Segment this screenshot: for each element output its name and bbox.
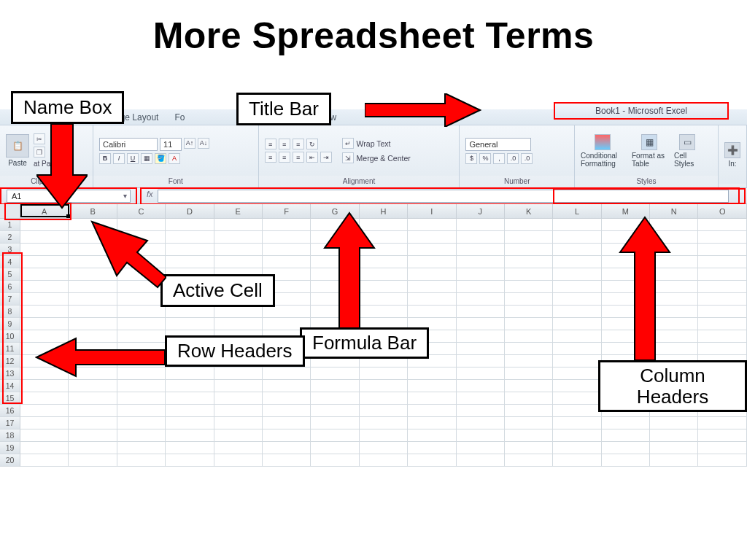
- cell[interactable]: [214, 392, 263, 405]
- cell[interactable]: [553, 355, 601, 368]
- cell[interactable]: [650, 417, 698, 429]
- cell[interactable]: [214, 417, 263, 429]
- row-header[interactable]: 10: [0, 330, 20, 343]
- cell[interactable]: [214, 380, 263, 392]
- cell[interactable]: [553, 429, 601, 442]
- column-header[interactable]: I: [408, 204, 456, 219]
- cell[interactable]: [408, 306, 456, 318]
- cell[interactable]: [457, 405, 505, 417]
- decrease-font-button[interactable]: A↓: [198, 138, 209, 149]
- cell[interactable]: [505, 405, 553, 417]
- cell[interactable]: [166, 380, 214, 392]
- cell[interactable]: [263, 380, 311, 392]
- formula-bar[interactable]: [158, 190, 729, 203]
- font-size-select[interactable]: 11: [160, 138, 182, 151]
- wrap-text-button[interactable]: ↵Wrap Text: [342, 138, 411, 149]
- cell[interactable]: [20, 429, 69, 442]
- font-name-select[interactable]: Calibri: [99, 138, 158, 151]
- cell[interactable]: [505, 380, 553, 392]
- fill-color-button[interactable]: 🪣: [155, 153, 166, 164]
- align-middle-button[interactable]: ≡: [279, 139, 290, 149]
- cell[interactable]: [408, 219, 456, 231]
- cell[interactable]: [698, 330, 746, 343]
- row-header[interactable]: 15: [0, 392, 20, 405]
- cell[interactable]: [457, 256, 505, 268]
- cell[interactable]: [166, 454, 214, 467]
- select-all-corner[interactable]: [0, 204, 20, 219]
- font-color-button[interactable]: A: [169, 153, 180, 164]
- cell[interactable]: [408, 429, 456, 442]
- cell[interactable]: [214, 219, 263, 231]
- cell[interactable]: [505, 355, 553, 368]
- row-header[interactable]: 7: [0, 293, 20, 306]
- column-header[interactable]: E: [214, 204, 263, 219]
- cell[interactable]: [20, 405, 69, 417]
- cell[interactable]: [408, 380, 456, 392]
- cell[interactable]: [69, 405, 117, 417]
- cell[interactable]: [553, 368, 601, 380]
- cell[interactable]: [408, 244, 456, 256]
- cell[interactable]: [69, 318, 117, 330]
- cell[interactable]: [360, 417, 408, 429]
- cell[interactable]: [214, 429, 263, 442]
- fx-icon[interactable]: fx: [142, 190, 158, 203]
- number-format-select[interactable]: General: [465, 138, 531, 151]
- cell[interactable]: [505, 442, 553, 454]
- italic-button[interactable]: I: [113, 153, 125, 164]
- cell[interactable]: [214, 368, 263, 380]
- cell[interactable]: [69, 306, 117, 318]
- cell[interactable]: [263, 454, 311, 467]
- border-button[interactable]: ▦: [141, 153, 152, 164]
- row-header[interactable]: 11: [0, 343, 20, 355]
- cell[interactable]: [166, 256, 214, 268]
- cell[interactable]: [214, 256, 263, 268]
- cell[interactable]: [117, 405, 166, 417]
- row-header[interactable]: 4: [0, 256, 20, 268]
- cell[interactable]: [20, 442, 69, 454]
- cell[interactable]: [553, 244, 601, 256]
- cell[interactable]: [408, 417, 456, 429]
- cell[interactable]: [457, 268, 505, 281]
- cell[interactable]: [505, 417, 553, 429]
- cell[interactable]: [263, 231, 311, 244]
- cell[interactable]: [360, 442, 408, 454]
- bold-button[interactable]: B: [99, 153, 111, 164]
- align-bottom-button[interactable]: ≡: [293, 139, 304, 149]
- cell[interactable]: [457, 244, 505, 256]
- cell[interactable]: [457, 454, 505, 467]
- cell[interactable]: [553, 231, 601, 244]
- row-header[interactable]: 17: [0, 417, 20, 429]
- cell[interactable]: [505, 256, 553, 268]
- cell[interactable]: [20, 392, 69, 405]
- cell[interactable]: [553, 306, 601, 318]
- insert-button-partial[interactable]: ➕In:: [724, 142, 740, 168]
- row-header[interactable]: 8: [0, 306, 20, 318]
- cell[interactable]: [553, 219, 601, 231]
- cell[interactable]: [553, 330, 601, 343]
- cell[interactable]: [553, 343, 601, 355]
- cell[interactable]: [553, 318, 601, 330]
- cell[interactable]: [408, 405, 456, 417]
- cell[interactable]: [505, 343, 553, 355]
- cell[interactable]: [602, 429, 650, 442]
- cell[interactable]: [505, 293, 553, 306]
- cell[interactable]: [553, 268, 601, 281]
- cell[interactable]: [166, 417, 214, 429]
- cell[interactable]: [553, 380, 601, 392]
- cell[interactable]: [117, 454, 166, 467]
- cell[interactable]: [117, 306, 166, 318]
- conditional-formatting-button[interactable]: Conditional Formatting: [581, 134, 624, 168]
- column-header[interactable]: L: [553, 204, 601, 219]
- cell[interactable]: [457, 368, 505, 380]
- cell[interactable]: [166, 368, 214, 380]
- cell[interactable]: [311, 380, 359, 392]
- cell[interactable]: [457, 392, 505, 405]
- cell[interactable]: [69, 417, 117, 429]
- row-header[interactable]: 18: [0, 429, 20, 442]
- cell[interactable]: [117, 318, 166, 330]
- cell[interactable]: [698, 281, 746, 293]
- increase-font-button[interactable]: A↑: [184, 138, 196, 149]
- column-header[interactable]: F: [263, 204, 311, 219]
- cell[interactable]: [311, 454, 359, 467]
- cell[interactable]: [69, 442, 117, 454]
